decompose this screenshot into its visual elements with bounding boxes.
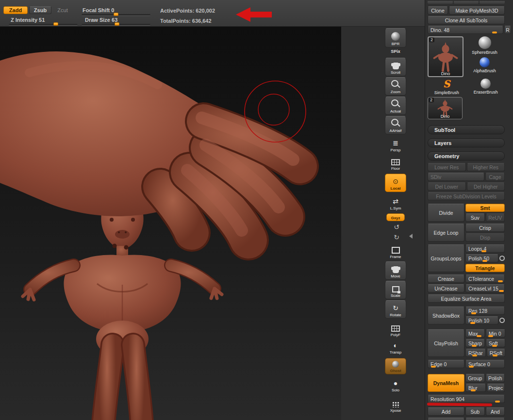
clipped-button[interactable]	[454, 1, 479, 4]
dino-slider-handle[interactable]	[492, 32, 497, 33]
subtool-palette-header[interactable]: SubTool	[428, 125, 505, 134]
claypolish-button[interactable]: ClayPolish	[428, 329, 464, 357]
rshar-slider[interactable]: RShar	[465, 349, 486, 357]
simple-brush-item[interactable]: S SimpleBrush	[428, 79, 466, 95]
transp-button[interactable]: ◐ Transp	[385, 339, 406, 355]
edge-slider[interactable]: Edge 0	[428, 360, 464, 368]
soft-handle[interactable]	[492, 345, 497, 347]
clone-button[interactable]: Clone	[428, 6, 448, 15]
solo-button[interactable]: ● Solo	[385, 377, 406, 393]
scroll-button[interactable]: Scroll	[385, 58, 406, 76]
dino-slider[interactable]: Dino. 48	[428, 26, 503, 34]
soft-slider[interactable]: Soft	[486, 339, 505, 347]
r-button[interactable]: R	[504, 26, 511, 34]
gxyz-button[interactable]: Gxyz	[386, 213, 405, 221]
loops-handle[interactable]	[481, 250, 486, 252]
curved-arrow-icon[interactable]: ↺	[391, 223, 402, 231]
subtool-thumbnail[interactable]: 2 Dino	[428, 97, 463, 119]
min-handle[interactable]	[488, 335, 493, 337]
zadd-button[interactable]: Zadd	[3, 6, 28, 14]
draw-size-handle[interactable]	[115, 22, 119, 26]
zoom-button[interactable]: Zoom	[385, 77, 406, 96]
eraser-brush-item[interactable]: EraserBrush	[467, 79, 505, 95]
max-slider[interactable]: Max	[465, 329, 485, 338]
surface-handle[interactable]	[469, 366, 474, 368]
spix-label[interactable]: SPix	[385, 49, 406, 54]
edge-handle[interactable]	[431, 366, 436, 368]
surface-slider[interactable]: Surface 0	[465, 360, 505, 368]
blur-slider[interactable]: Blur	[465, 384, 486, 392]
uncrease-button[interactable]: UnCrease	[428, 284, 464, 292]
max-handle[interactable]	[477, 335, 481, 337]
polish10-handle[interactable]	[470, 322, 475, 324]
project-toggle[interactable]: Projec	[487, 384, 505, 392]
cage-button[interactable]: Cage	[485, 173, 505, 181]
freeze-subdivision-button[interactable]: Freeze SubDivision Levels	[428, 192, 505, 200]
zcut-button[interactable]: Zcut	[52, 6, 73, 14]
thickness-slider[interactable]: Thickness 4	[465, 418, 505, 420]
actual-button[interactable]: Actual	[385, 97, 406, 115]
z-intensity-slider[interactable]	[9, 24, 78, 26]
del-lower-button[interactable]: Del Lower	[428, 182, 466, 191]
ctolerance-handle[interactable]	[498, 280, 503, 282]
edge-loop-button[interactable]: Edge Loop	[428, 224, 464, 242]
focal-shift-handle[interactable]	[114, 13, 118, 16]
sharp-slider[interactable]: Sharp	[465, 339, 485, 347]
suv-toggle[interactable]: Suv	[465, 213, 485, 222]
polish50-handle[interactable]	[482, 260, 487, 262]
blur-handle[interactable]	[471, 389, 476, 391]
crisp-toggle[interactable]: Crisp	[465, 224, 505, 232]
draw-size-slider[interactable]	[82, 24, 150, 26]
groupsloops-button[interactable]: GroupsLoops	[428, 244, 464, 272]
lower-res-button[interactable]: Lower Res	[428, 163, 466, 171]
polyf-button[interactable]: PolyF	[385, 321, 406, 338]
min-slider[interactable]: Min 0	[486, 329, 505, 338]
local-button[interactable]: ⊙ Local	[385, 174, 406, 192]
polish-mode-circle-toggle[interactable]	[499, 256, 505, 261]
persp-button[interactable]: ≣ Persp	[385, 136, 406, 153]
loops-slider[interactable]: Loops 4	[465, 244, 505, 253]
current-tool-thumbnail[interactable]: 2 Dino	[428, 36, 463, 77]
focal-shift-slider[interactable]	[82, 14, 150, 16]
resolution-slider[interactable]: Resolution 904	[428, 395, 505, 403]
group-toggle[interactable]: Group	[465, 374, 485, 382]
shadowbox-button[interactable]: ShadowBox	[428, 307, 464, 324]
resolution-handle[interactable]	[495, 401, 500, 403]
clipped-button[interactable]	[428, 1, 453, 4]
and-toggle[interactable]: And	[486, 407, 505, 416]
del-higher-button[interactable]: Del Higher	[467, 182, 505, 191]
res-handle[interactable]	[471, 312, 476, 314]
rshar-handle[interactable]	[472, 355, 477, 356]
z-intensity-handle[interactable]	[53, 22, 58, 26]
rsoft-slider[interactable]: RSoft	[487, 349, 505, 357]
res-slider[interactable]: Res 128	[465, 307, 505, 315]
ctolerance-slider[interactable]: CTolerance	[465, 275, 505, 283]
crease-button[interactable]: Crease	[428, 275, 464, 283]
aahalf-button[interactable]: AAHalf	[385, 116, 406, 134]
reuv-button[interactable]: ReUV	[486, 213, 505, 222]
create-shell-button[interactable]: Create Shell	[428, 418, 464, 420]
add-toggle[interactable]: Add	[428, 407, 464, 416]
polish-toggle[interactable]: Polish	[486, 374, 505, 382]
rsoft-handle[interactable]	[493, 355, 497, 356]
move-button[interactable]: Move	[385, 261, 406, 280]
polish50-slider[interactable]: Polish 50	[465, 254, 498, 262]
zsub-button[interactable]: Zsub	[29, 6, 51, 14]
layers-palette-header[interactable]: Layers	[428, 138, 505, 147]
alpha-brush-item[interactable]: AlphaBrush	[464, 57, 505, 77]
frame-button[interactable]: Frame	[385, 243, 406, 260]
panel-collapse-arrow[interactable]	[409, 234, 413, 239]
divide-button[interactable]: Divide	[428, 204, 464, 222]
xpose-button[interactable]: Xpose	[385, 395, 406, 414]
curved-arrow-icon[interactable]: ↻	[391, 233, 402, 241]
ghost-button[interactable]: Ghost	[385, 358, 406, 374]
dynamesh-button[interactable]: DynaMesh	[428, 374, 464, 392]
sculpt-canvas[interactable]	[0, 27, 341, 420]
polish10-slider[interactable]: Polish 10	[465, 316, 498, 324]
sub-toggle[interactable]: Sub	[465, 407, 485, 416]
higher-res-button[interactable]: Higher Res	[467, 163, 505, 171]
scale-button[interactable]: Scale	[385, 281, 406, 299]
make-polymesh3d-button[interactable]: Make PolyMesh3D	[449, 6, 505, 15]
clone-all-subtools-button[interactable]: Clone All SubTools	[428, 16, 505, 24]
triangle-toggle[interactable]: Triangle	[465, 264, 505, 272]
